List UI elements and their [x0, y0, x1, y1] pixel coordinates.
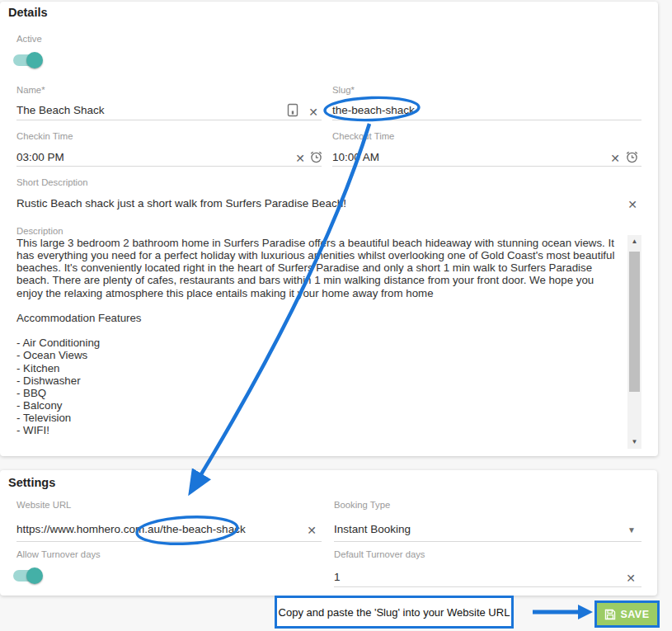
- toggle-knob: [26, 567, 43, 584]
- property-settings-page: Details Active Name* The Beach Shack ✕ S…: [0, 0, 672, 631]
- checkout-label: Checkout Time: [332, 131, 394, 141]
- scroll-up-icon[interactable]: ▲: [627, 235, 641, 248]
- booking-type-dropdown-icon[interactable]: ▼: [627, 525, 636, 534]
- default-turnover-underline: [334, 586, 641, 587]
- clear-short-description-icon[interactable]: ✕: [626, 198, 639, 211]
- description-scrollbar[interactable]: ▲ ▼: [627, 235, 641, 449]
- clear-website-url-icon[interactable]: ✕: [305, 524, 318, 537]
- details-title: Details: [8, 6, 48, 19]
- website-url-input[interactable]: https://www.homhero.com.au/the-beach-sha…: [16, 523, 246, 535]
- checkin-underline: [16, 166, 322, 167]
- slug-hint-callout: Copy and paste the 'Slug' into your Webs…: [275, 596, 514, 629]
- slug-input[interactable]: the-beach-shack: [332, 104, 415, 116]
- name-label: Name*: [16, 85, 45, 95]
- checkout-input[interactable]: 10:00 AM: [332, 151, 379, 163]
- default-turnover-input[interactable]: 1: [334, 571, 341, 583]
- checkin-clock-icon[interactable]: [309, 150, 323, 164]
- slug-label: Slug*: [332, 85, 355, 95]
- clear-name-icon[interactable]: ✕: [307, 106, 320, 119]
- short-description-input[interactable]: Rustic Beach shack just a short walk fro…: [16, 197, 346, 210]
- name-underline: [16, 120, 322, 120]
- checkout-clock-icon[interactable]: [625, 150, 639, 164]
- slug-underline: [332, 120, 641, 120]
- allow-turnover-toggle[interactable]: [13, 567, 45, 584]
- booking-type-label: Booking Type: [334, 500, 390, 510]
- save-button[interactable]: SAVE: [597, 603, 657, 625]
- allow-turnover-label: Allow Turnover days: [16, 549, 101, 559]
- clear-default-turnover-icon[interactable]: ✕: [624, 572, 637, 585]
- checkin-label: Checkin Time: [16, 131, 73, 141]
- short-description-label: Short Description: [16, 177, 88, 187]
- website-url-label: Website URL: [16, 500, 71, 510]
- booking-type-underline: [334, 541, 641, 542]
- active-toggle[interactable]: [13, 52, 45, 68]
- clear-checkout-icon[interactable]: ✕: [609, 152, 622, 165]
- toggle-knob: [26, 52, 43, 68]
- scroll-thumb[interactable]: [629, 252, 640, 392]
- checkin-input[interactable]: 03:00 PM: [16, 151, 64, 163]
- active-label: Active: [16, 34, 42, 44]
- settings-card: Settings Website URL https://www.homhero…: [0, 470, 657, 596]
- save-button-highlight: SAVE: [594, 600, 660, 628]
- default-turnover-label: Default Turnover days: [334, 549, 425, 559]
- clear-checkin-icon[interactable]: ✕: [294, 152, 307, 165]
- name-input[interactable]: The Beach Shack: [16, 104, 105, 116]
- description-text: This large 3 bedroom 2 bathroom home in …: [16, 237, 618, 437]
- settings-title: Settings: [8, 476, 55, 489]
- scroll-down-icon[interactable]: ▼: [627, 436, 641, 449]
- save-floppy-icon: [604, 609, 616, 620]
- details-card: Details Active Name* The Beach Shack ✕ S…: [0, 2, 658, 456]
- booking-type-select[interactable]: Instant Booking: [334, 523, 411, 535]
- checkout-underline: [332, 166, 641, 167]
- text-input-icon[interactable]: [287, 103, 298, 117]
- save-button-label: SAVE: [620, 609, 649, 620]
- save-arrow-head: [578, 605, 593, 619]
- description-textarea[interactable]: This large 3 bedroom 2 bathroom home in …: [16, 235, 641, 449]
- website-url-underline: [16, 541, 322, 542]
- slug-hint-text: Copy and paste the 'Slug' into your Webs…: [279, 606, 510, 619]
